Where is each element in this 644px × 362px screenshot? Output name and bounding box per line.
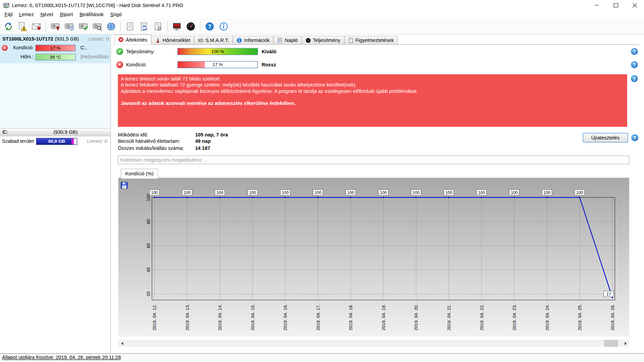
warning-emphasis: Javasolt az adatok azonnali mentése az a…	[121, 101, 624, 107]
scroll-track[interactable]	[125, 340, 622, 347]
svg-text:2019. 04. 26.: 2019. 04. 26.	[610, 304, 615, 330]
menu-riport[interactable]: Riport	[57, 11, 76, 18]
performance-gauge-button[interactable]	[184, 20, 197, 33]
minimize-button[interactable]	[587, 0, 606, 10]
chart-horizontal-scrollbar[interactable]	[118, 340, 629, 347]
report-icon	[125, 21, 135, 31]
disk-action-link[interactable]: [Helyreállítás	[80, 54, 109, 59]
report-settings-button[interactable]	[152, 20, 164, 33]
tab-figyelmeztetesek[interactable]: Figyelmeztetések	[344, 36, 398, 45]
tab-smart-icon	[198, 38, 203, 43]
svg-text:2019. 04. 25.: 2019. 04. 25.	[577, 304, 582, 330]
report-settings-icon	[153, 21, 163, 31]
help-button[interactable]: ?	[203, 20, 216, 33]
menu-lemez[interactable]: Lemez	[16, 11, 37, 18]
warning-line: A lemez önteszt során talált 72 hibás sz…	[121, 76, 624, 82]
disk-accept-button[interactable]	[77, 20, 90, 33]
tab-naplo[interactable]: Napló	[273, 36, 302, 45]
tab-label: Információk	[244, 37, 270, 43]
tab-label: Teljesítmény	[313, 37, 340, 43]
disk-entry[interactable]: ST1000LX015-1U7172 (931,5 GB) Lemez: 0 K…	[0, 35, 110, 63]
close-button[interactable]	[625, 0, 644, 10]
svg-text:100: 100	[249, 190, 256, 195]
retest-help-icon[interactable]	[631, 134, 638, 141]
menu-fajl[interactable]: Fájl	[1, 11, 16, 18]
svg-text:2019. 04. 20.: 2019. 04. 20.	[414, 304, 419, 330]
disk-test-button[interactable]	[49, 20, 62, 33]
comment-input[interactable]	[118, 156, 630, 164]
stat-label: Becsült hátralévő élettartam:	[118, 138, 180, 144]
chart-tab-kondicio[interactable]: Kondíció (%)	[121, 169, 158, 178]
toolbar: ?	[0, 18, 644, 35]
report-warning-button[interactable]	[16, 20, 29, 33]
tab-attekintes[interactable]: Áttekintés	[114, 35, 151, 45]
report-warning-icon	[18, 21, 27, 31]
disk-health-error-icon	[2, 45, 8, 51]
condition-history-chart: 204060801002019. 04. 12.2019. 04. 13.201…	[118, 178, 629, 337]
sidebar: ST1000LX015-1U7172 (931,5 GB) Lemez: 0 K…	[0, 35, 111, 353]
stat-row: Becsült hátralévő élettartam: 49 nap	[118, 138, 180, 144]
menu-nezet[interactable]: Nézet	[37, 11, 57, 18]
right-arrow-icon	[625, 342, 628, 345]
left-arrow-icon	[119, 342, 123, 345]
maximize-button[interactable]	[606, 0, 625, 10]
performance-help-icon[interactable]	[631, 48, 638, 55]
svg-text:100: 100	[184, 190, 191, 195]
stat-label: Összes indulás/leállás száma:	[118, 145, 184, 151]
disk-temp-bar: 39 °C	[35, 54, 75, 60]
help-icon: ?	[205, 21, 214, 31]
disk-test-icon	[51, 21, 60, 31]
menu-beallitasok[interactable]: Beállítások	[76, 11, 107, 18]
email-report-button[interactable]	[30, 20, 43, 33]
tab-overview-icon	[118, 37, 124, 42]
network-disk-icon	[106, 21, 116, 31]
tab-performance-icon	[306, 38, 311, 43]
report-refresh-button[interactable]	[138, 20, 150, 33]
retest-button[interactable]: Újratesztelés	[583, 133, 628, 142]
svg-text:100: 100	[478, 190, 485, 195]
toolbar-separator	[167, 21, 167, 32]
svg-text:2019. 04. 15.: 2019. 04. 15.	[250, 304, 255, 330]
disk-temp-label: Hőm.:	[9, 54, 34, 59]
about-button[interactable]	[217, 20, 230, 33]
svg-text:100: 100	[216, 190, 223, 195]
partition-row[interactable]: Szabad terület 66,9 GB Lemez: 0	[0, 138, 110, 145]
maximize-icon	[613, 3, 618, 7]
minimize-icon	[595, 5, 599, 5]
report-refresh-icon	[139, 21, 149, 31]
health-error-icon	[116, 61, 123, 68]
screenshot-icon	[172, 21, 181, 31]
scroll-left-arrow[interactable]	[118, 340, 125, 347]
disk-list: ST1000LX015-1U7172 (931,5 GB) Lemez: 0 K…	[0, 35, 110, 128]
network-disk-button[interactable]	[105, 20, 117, 33]
health-label: Kondíció:	[126, 62, 147, 68]
disk-clock-button[interactable]	[63, 20, 75, 33]
tab-smart[interactable]: S.M.A.R.T.	[194, 36, 233, 45]
toolbar-separator	[120, 21, 121, 32]
scroll-right-arrow[interactable]	[622, 340, 629, 347]
disk-search-button[interactable]	[91, 20, 104, 33]
menu-sugo[interactable]: Súgó	[107, 11, 125, 18]
disk-health-bar: 17 %	[35, 45, 75, 51]
refresh-button[interactable]	[2, 20, 15, 33]
warning-line: A lemez felületén található 72 gyenge sz…	[121, 82, 624, 88]
tab-informaciok[interactable]: Információk	[233, 36, 274, 45]
performance-label: Teljesítmény:	[126, 49, 155, 55]
tab-teljesitmeny[interactable]: Teljesítmény	[302, 36, 344, 45]
screenshot-button[interactable]	[170, 20, 183, 33]
scroll-thumb[interactable]	[604, 340, 618, 347]
stat-row: Összes indulás/leállás száma: 14 187	[118, 145, 184, 151]
svg-text:2019. 04. 14.: 2019. 04. 14.	[217, 304, 222, 330]
window-title: Lemez: 0, ST1000LX015-1U7172 [WL1CC756] …	[12, 2, 183, 8]
partition-header[interactable]: C: (930,9 GB)	[0, 128, 110, 136]
tab-homerseklet[interactable]: Hőmérséklet	[151, 36, 194, 45]
health-help-icon[interactable]	[631, 61, 638, 68]
report-button[interactable]	[124, 20, 137, 33]
svg-text:60: 60	[146, 243, 151, 248]
disk-health-label: Kondíció:	[9, 45, 34, 50]
svg-text:2019. 04. 22.: 2019. 04. 22.	[479, 304, 484, 330]
disk-clock-icon	[64, 21, 74, 31]
warning-help-icon[interactable]	[631, 75, 638, 82]
menubar: Fájl Lemez Nézet Riport Beállítások Súgó	[0, 10, 644, 18]
tab-label: Áttekintés	[126, 37, 148, 43]
